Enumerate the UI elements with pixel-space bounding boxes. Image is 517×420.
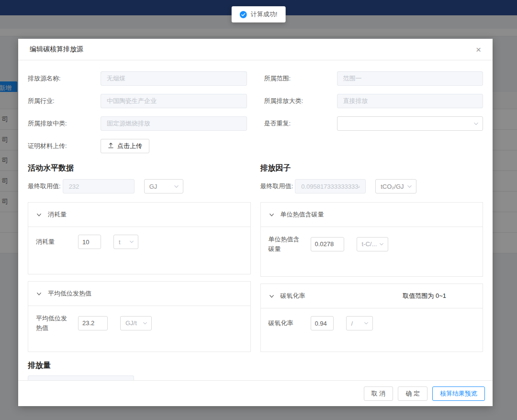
emission-section-title: 排放量 [28,361,483,371]
oxidation-rate-unit-select[interactable]: / [346,316,373,330]
panel-heating-value-body: 平均低位发热值 GJ/t [28,306,250,352]
dialog-body: 排放源名称: 所属范围: 所属行业: 所属排放大类: 所属排放中类: [18,60,493,380]
activity-section: 活动水平数据 最终取用值: GJ 消耗量 [28,163,251,359]
factor-unit-select[interactable]: tCO₂/GJ [375,179,416,193]
final-value-label: 最终取用值: [28,182,61,191]
panel-title: 消耗量 [48,210,67,219]
data-sections: 活动水平数据 最终取用值: GJ 消耗量 [28,163,483,359]
select-value: GJ/t [125,319,137,327]
oxidation-range-hint: 取值范围为 0~1 [403,292,475,300]
field-industry: 所属行业: [28,93,247,109]
panel-title: 平均低位发热值 [48,289,91,298]
check-circle-icon [240,11,247,18]
consumption-unit-select[interactable]: t [113,235,138,249]
panel-title: 碳氧化率 [281,292,305,300]
source-name-input[interactable] [101,71,247,86]
field-label: 所属范围: [264,74,337,83]
carbon-content-row: 单位热值含碳量 t-C/... [269,235,475,253]
panel-oxidation-rate: 碳氧化率 取值范围为 0~1 碳氧化率 / [260,284,483,352]
field-label: 所属排放大类: [264,97,337,105]
chevron-down-icon [269,212,275,218]
field-label: 所属排放中类: [28,119,101,128]
activity-section-title: 活动水平数据 [28,163,251,173]
spacer [264,138,483,154]
field-label: 证明材料上传: [28,142,101,150]
scope-input[interactable] [337,71,483,86]
select-value: t-C/... [362,240,377,248]
is-duplicate-select[interactable] [337,116,483,131]
panel-title: 单位热值含碳量 [281,210,324,219]
chevron-down-icon [36,212,42,218]
field-is-duplicate: 是否重复: [264,116,483,131]
factor-final-input[interactable] [295,179,366,193]
emission-mid-input[interactable] [101,116,247,131]
panel-carbon-content-body: 单位热值含碳量 t-C/... [261,227,483,276]
carbon-content-input[interactable] [311,237,344,251]
chevron-down-icon [364,321,369,326]
factor-section-title: 排放因子 [260,163,483,173]
factor-section: 排放因子 最终取用值: tCO₂/GJ 单位热值含碳量 [260,163,483,359]
close-icon[interactable]: × [476,45,481,54]
select-value: t [119,238,121,246]
confirm-button[interactable]: 确 定 [398,386,427,401]
chevron-down-icon [129,239,134,244]
activity-final-row: 最终取用值: GJ [28,179,251,193]
field-label: 所属行业: [28,97,101,105]
industry-input[interactable] [101,94,247,108]
chevron-down-icon [36,291,42,297]
carbon-content-label: 单位热值含碳量 [269,235,305,253]
field-label: 是否重复: [264,119,337,128]
final-value-label: 最终取用值: [260,182,293,191]
panel-carbon-content-header[interactable]: 单位热值含碳量 [261,203,483,227]
chevron-down-icon [143,321,147,326]
heating-value-unit-select[interactable]: GJ/t [120,316,152,330]
edit-emission-source-dialog: 编辑碳核算排放源 × 排放源名称: 所属范围: 所属行业: 所属排放大类: [18,39,493,406]
panel-heating-value-header[interactable]: 平均低位发热值 [28,282,250,306]
panel-heating-value: 平均低位发热值 平均低位发热值 GJ/t [28,281,251,352]
field-emission-major: 所属排放大类: [264,93,483,109]
select-value: / [351,320,353,327]
chevron-down-icon [269,293,275,299]
activity-unit-select[interactable]: GJ [144,179,183,193]
emission-amount-input[interactable] [28,375,134,380]
panel-carbon-content: 单位热值含碳量 单位热值含碳量 t-C/... [260,202,483,277]
emission-section: 排放量 [28,361,483,380]
cancel-button[interactable]: 取 消 [364,386,393,401]
panel-consumption-header[interactable]: 消耗量 [28,203,250,227]
consumption-input[interactable] [78,235,101,249]
toast-success: 计算成功! [232,6,286,23]
carbon-content-unit-select[interactable]: t-C/... [357,237,388,251]
toast-message: 计算成功! [251,10,278,19]
dialog-footer: 取 消 确 定 核算结果预览 [18,380,493,406]
upload-button-label: 点击上传 [117,142,142,150]
dialog-header: 编辑碳核算排放源 × [18,39,493,60]
activity-final-input[interactable] [63,179,135,193]
consumption-row: 消耗量 t [36,235,243,249]
oxidation-rate-row: 碳氧化率 / [269,316,475,330]
consumption-label: 消耗量 [36,237,78,247]
chevron-down-icon [473,121,479,126]
field-emission-mid: 所属排放中类: [28,116,247,131]
chevron-down-icon [379,242,384,247]
upload-button[interactable]: 点击上传 [101,139,149,153]
select-value: GJ [149,183,157,190]
field-upload: 证明材料上传: 点击上传 [28,138,247,154]
panel-consumption: 消耗量 消耗量 t [28,202,251,274]
select-value: tCO₂/GJ [381,183,404,190]
panel-oxidation-rate-body: 碳氧化率 / [261,308,483,352]
upload-icon [108,142,114,150]
panel-oxidation-rate-header[interactable]: 碳氧化率 取值范围为 0~1 [261,284,483,308]
chevron-down-icon [407,184,412,189]
result-preview-button[interactable]: 核算结果预览 [432,386,485,401]
chevron-down-icon [174,184,179,189]
emission-major-input[interactable] [337,94,483,108]
field-scope: 所属范围: [264,71,483,86]
panel-consumption-body: 消耗量 t [28,227,250,274]
top-form: 排放源名称: 所属范围: 所属行业: 所属排放大类: 所属排放中类: [28,71,483,154]
field-label: 排放源名称: [28,74,101,83]
factor-final-row: 最终取用值: tCO₂/GJ [260,179,483,193]
screen: 新增 司 司 司 司 司 计算成功! 编辑碳核算排放源 × 排放源名称: [0,0,517,420]
heating-value-input[interactable] [78,316,108,330]
oxidation-rate-input[interactable] [311,316,334,330]
heating-value-label: 平均低位发热值 [36,314,72,332]
